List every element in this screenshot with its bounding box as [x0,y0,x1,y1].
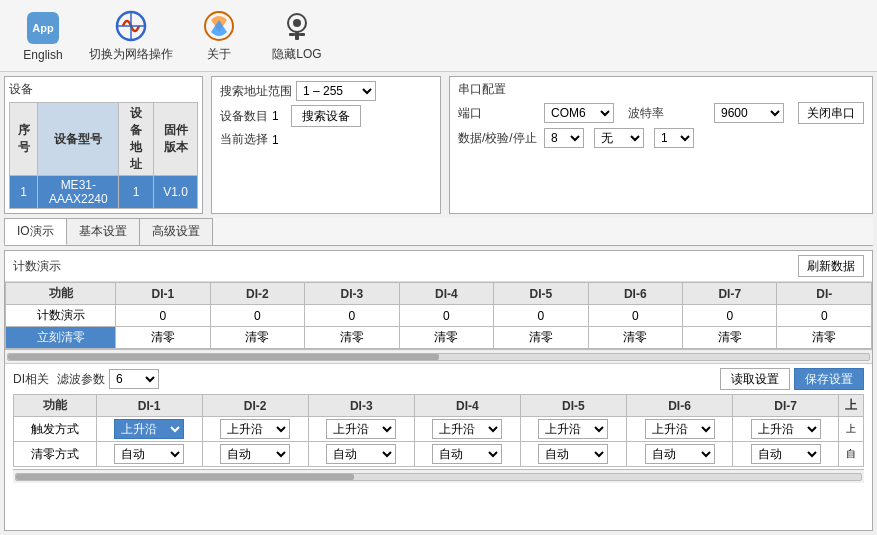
port-select[interactable]: COM6COM1COM2 [544,103,614,123]
close-port-button[interactable]: 关闭串口 [798,102,864,124]
log-button[interactable]: 隐藏LOG [262,6,332,66]
di-scrollbar-thumb [16,474,354,480]
di-col-di7: DI-7 [733,395,839,417]
counter-clear-3[interactable]: 清零 [305,327,399,349]
di-clear-3[interactable]: 自动手动 [308,442,414,467]
counter-row-clear: 立刻清零 清零 清零 清零 清零 清零 清零 清零 清零 [6,327,872,349]
di-buttons: 读取设置 保存设置 [720,368,864,390]
search-range-select[interactable]: 1 – 255 1 – 127 1 – 63 [296,81,376,101]
search-devices-button[interactable]: 搜索设备 [291,105,361,127]
counter-header: 计数演示 刷新数据 [5,251,872,282]
trigger-select-4[interactable]: 上升沿下降沿双边沿 [432,419,502,439]
device-row[interactable]: 1 ME31-AAAX2240 1 V1.0 [10,176,198,209]
counter-scrollbar[interactable] [5,349,872,363]
top-section: 设备 序号 设备型号 设备地址 固件版本 1 ME31-AAAX2240 1 [4,76,873,214]
stop-bits-select[interactable]: 12 [654,128,694,148]
col-address: 设备地址 [119,103,154,176]
di-clear-1[interactable]: 自动手动 [96,442,202,467]
di-trigger-1[interactable]: 上升沿下降沿双边沿 [96,417,202,442]
di-clear-2[interactable]: 自动手动 [202,442,308,467]
di-clear-6[interactable]: 自动手动 [626,442,732,467]
counter-val-5: 0 [494,305,588,327]
clear-select-2[interactable]: 自动手动 [220,444,290,464]
device-id: 1 [10,176,38,209]
di-col-di1: DI-1 [96,395,202,417]
counter-val-1: 0 [116,305,210,327]
counter-clear-1[interactable]: 清零 [116,327,210,349]
data-bits-select[interactable]: 87 [544,128,584,148]
trigger-select-7[interactable]: 上升沿下降沿双边沿 [751,419,821,439]
trigger-select-5[interactable]: 上升沿下降沿双边沿 [538,419,608,439]
di-clear-7[interactable]: 自动手动 [733,442,839,467]
di-header: DI相关 滤波参数 61234578 读取设置 保存设置 [13,368,864,390]
di-clear-5[interactable]: 自动手动 [520,442,626,467]
counter-row-display: 计数演示 0 0 0 0 0 0 0 0 [6,305,872,327]
about-label: 关于 [207,46,231,63]
di-scrollbar[interactable] [13,469,864,483]
save-settings-button[interactable]: 保存设置 [794,368,864,390]
baud-select[interactable]: 960011520038400 [714,103,784,123]
di-trigger-4[interactable]: 上升沿下降沿双边沿 [414,417,520,442]
di-trigger-2[interactable]: 上升沿下降沿双边沿 [202,417,308,442]
network-label: 切换为网络操作 [89,46,173,63]
network-button[interactable]: 切换为网络操作 [86,6,176,66]
di-trigger-6[interactable]: 上升沿下降沿双边沿 [626,417,732,442]
clear-select-5[interactable]: 自动手动 [538,444,608,464]
counter-label-display: 计数演示 [6,305,116,327]
network-icon [113,8,149,44]
counter-label-clear[interactable]: 立刻清零 [6,327,116,349]
refresh-button[interactable]: 刷新数据 [798,255,864,277]
di-row-trigger: 触发方式 上升沿下降沿双边沿 上升沿下降沿双边沿 [14,417,864,442]
counter-clear-4[interactable]: 清零 [399,327,493,349]
counter-clear-2[interactable]: 清零 [210,327,304,349]
counter-scrollbar-thumb [8,354,439,360]
trigger-select-3[interactable]: 上升沿下降沿双边沿 [326,419,396,439]
device-firmware: V1.0 [154,176,198,209]
counter-clear-7[interactable]: 清零 [683,327,777,349]
counter-clear-6[interactable]: 清零 [588,327,682,349]
di-col-extra: 上 [839,395,864,417]
di-col-di4: DI-4 [414,395,520,417]
english-button[interactable]: App English [8,6,78,66]
filter-select[interactable]: 61234578 [109,369,159,389]
di-clear-4[interactable]: 自动手动 [414,442,520,467]
di-trigger-7[interactable]: 上升沿下降沿双边沿 [733,417,839,442]
counter-clear-5[interactable]: 清零 [494,327,588,349]
di-col-di5: DI-5 [520,395,626,417]
clear-select-4[interactable]: 自动手动 [432,444,502,464]
tab-basic-settings[interactable]: 基本设置 [66,218,140,245]
read-settings-button[interactable]: 读取设置 [720,368,790,390]
clear-select-1[interactable]: 自动手动 [114,444,184,464]
search-range-label: 搜索地址范围 [220,83,292,100]
counter-val-2: 0 [210,305,304,327]
tab-advanced-settings[interactable]: 高级设置 [139,218,213,245]
di-scrollbar-track[interactable] [15,473,862,481]
di-trigger-3[interactable]: 上升沿下降沿双边沿 [308,417,414,442]
port-panel-title: 串口配置 [458,81,864,98]
clear-select-6[interactable]: 自动手动 [645,444,715,464]
counter-clear-8[interactable]: 清零 [777,327,872,349]
di-row-clear: 清零方式 自动手动 自动手动 [14,442,864,467]
clear-select-3[interactable]: 自动手动 [326,444,396,464]
trigger-select-1[interactable]: 上升沿下降沿双边沿 [114,419,184,439]
port-label: 端口 [458,105,538,122]
trigger-select-6[interactable]: 上升沿下降沿双边沿 [645,419,715,439]
counter-col-di7: DI-7 [683,283,777,305]
about-button[interactable]: 关于 [184,6,254,66]
port-config-row: 端口 COM6COM1COM2 波特率 960011520038400 关闭串口 [458,102,864,124]
trigger-select-2[interactable]: 上升沿下降沿双边沿 [220,419,290,439]
di-left: DI相关 滤波参数 61234578 [13,369,159,389]
device-panel-title: 设备 [9,81,198,98]
tab-io-demo[interactable]: IO演示 [4,218,67,245]
counter-scroll-area[interactable]: 功能 DI-1 DI-2 DI-3 DI-4 DI-5 DI-6 DI-7 DI… [5,282,872,349]
clear-select-7[interactable]: 自动手动 [751,444,821,464]
parity-select[interactable]: 无奇偶 [594,128,644,148]
di-trigger-extra: 上 [839,417,864,442]
counter-col-di8: DI- [777,283,872,305]
di-scroll-area[interactable]: 功能 DI-1 DI-2 DI-3 DI-4 DI-5 DI-6 DI-7 上 [13,394,864,467]
counter-scrollbar-track[interactable] [7,353,870,361]
col-id: 序号 [10,103,38,176]
di-trigger-5[interactable]: 上升沿下降沿双边沿 [520,417,626,442]
di-col-di2: DI-2 [202,395,308,417]
svg-rect-6 [295,32,299,40]
